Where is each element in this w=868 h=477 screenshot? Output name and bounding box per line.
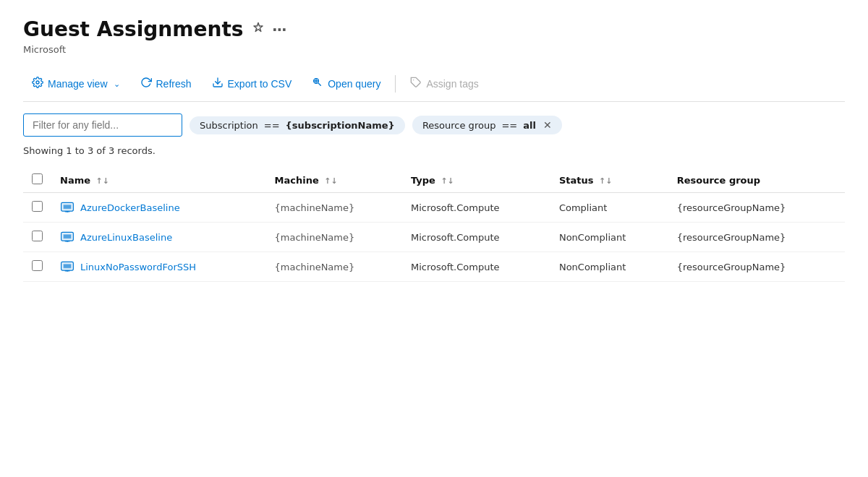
toolbar: Manage view ⌄ Refresh Export to CSV — [23, 66, 845, 102]
resource-group-filter-chip[interactable]: Resource group == all ✕ — [412, 116, 562, 134]
col-resource-group: Resource group — [668, 168, 845, 193]
col-status[interactable]: Status ↑↓ — [550, 168, 668, 193]
refresh-label: Refresh — [156, 78, 192, 90]
row-name-cell: AzureLinuxBaseline — [51, 223, 266, 252]
chip-rg-value: all — [523, 120, 536, 131]
chip-rg-eq: == — [501, 120, 517, 131]
resource-icon — [60, 200, 75, 215]
toolbar-divider — [395, 75, 396, 93]
col-status-label: Status — [559, 175, 594, 186]
row-machine-cell: {machineName} — [266, 193, 402, 223]
resource-icon — [60, 230, 75, 244]
tag-icon — [410, 77, 422, 91]
subscription-filter-chip[interactable]: Subscription == {subscriptionName} — [190, 116, 405, 134]
assign-tags-button[interactable]: Assign tags — [401, 72, 487, 95]
row-type-cell: Microsoft.Compute — [402, 223, 550, 252]
svg-rect-18 — [64, 265, 71, 268]
row-name-cell: LinuxNoPasswordForSSH — [51, 252, 266, 282]
resource-name-link[interactable]: LinuxNoPasswordForSSH — [60, 259, 258, 274]
row-status-cell: NonCompliant — [550, 223, 668, 252]
row-checkbox-cell — [23, 223, 51, 252]
chip-subscription-value: {subscriptionName} — [286, 120, 395, 131]
svg-rect-13 — [64, 235, 71, 239]
col-status-sort-icon: ↑↓ — [599, 176, 612, 186]
open-query-label: Open query — [328, 78, 380, 90]
row-resource-group-cell: {resourceGroupName} — [668, 193, 845, 223]
more-options-icon[interactable]: ⋯ — [272, 21, 287, 38]
query-icon — [312, 77, 323, 91]
row-resource-group-cell: {resourceGroupName} — [668, 252, 845, 282]
row-status-cell: Compliant — [550, 193, 668, 223]
row-checkbox-cell — [23, 193, 51, 223]
col-name[interactable]: Name ↑↓ — [51, 168, 266, 193]
row-resource-group-cell: {resourceGroupName} — [668, 223, 845, 252]
resource-name-text: AzureLinuxBaseline — [80, 232, 172, 243]
col-machine-sort-icon: ↑↓ — [324, 176, 337, 186]
row-type-cell: Microsoft.Compute — [402, 193, 550, 223]
data-table: Name ↑↓ Machine ↑↓ Type ↑↓ Status ↑↓ Res… — [23, 168, 845, 282]
table-row: AzureLinuxBaseline{machineName}Microsoft… — [23, 223, 845, 252]
resource-name-link[interactable]: AzureDockerBaseline — [60, 200, 258, 215]
row-name-cell: AzureDockerBaseline — [51, 193, 266, 223]
select-all-checkbox[interactable] — [32, 173, 43, 184]
col-name-label: Name — [60, 175, 90, 186]
pin-icon[interactable] — [252, 22, 265, 38]
page-title: Guest Assignments — [23, 17, 243, 41]
svg-point-0 — [36, 81, 39, 84]
row-select-checkbox[interactable] — [32, 260, 43, 271]
title-actions: ⋯ — [252, 21, 287, 38]
col-type-sort-icon: ↑↓ — [441, 176, 454, 186]
resource-name-text: AzureDockerBaseline — [80, 202, 180, 213]
page-title-container: Guest Assignments ⋯ — [23, 17, 845, 41]
chip-rg-close-icon[interactable]: ✕ — [543, 119, 552, 131]
subtitle: Microsoft — [23, 44, 845, 55]
resource-name-text: LinuxNoPasswordForSSH — [80, 262, 196, 272]
chevron-down-icon: ⌄ — [114, 80, 120, 89]
col-machine-label: Machine — [275, 175, 319, 186]
col-name-sort-icon: ↑↓ — [96, 176, 109, 186]
col-machine[interactable]: Machine ↑↓ — [266, 168, 402, 193]
records-info: Showing 1 to 3 of 3 records. — [23, 145, 845, 156]
table-row: AzureDockerBaseline{machineName}Microsof… — [23, 193, 845, 223]
row-machine-cell: {machineName} — [266, 252, 402, 282]
row-checkbox-cell — [23, 252, 51, 282]
refresh-button[interactable]: Refresh — [132, 72, 200, 95]
chip-subscription-key: Subscription — [200, 120, 258, 131]
assign-tags-label: Assign tags — [426, 78, 478, 90]
row-status-cell: NonCompliant — [550, 252, 668, 282]
open-query-button[interactable]: Open query — [303, 72, 389, 95]
export-label: Export to CSV — [228, 78, 292, 90]
resource-name-link[interactable]: AzureLinuxBaseline — [60, 230, 258, 244]
chip-subscription-eq: == — [264, 120, 280, 131]
col-type-label: Type — [411, 175, 435, 186]
select-all-col — [23, 168, 51, 193]
refresh-icon — [140, 77, 152, 91]
manage-view-button[interactable]: Manage view ⌄ — [23, 72, 129, 95]
chip-rg-key: Resource group — [422, 120, 496, 131]
filter-row: Subscription == {subscriptionName} Resou… — [23, 113, 845, 137]
resource-icon — [60, 259, 75, 274]
filter-input[interactable] — [23, 113, 182, 137]
row-machine-cell: {machineName} — [266, 223, 402, 252]
col-rg-label: Resource group — [677, 175, 760, 186]
row-type-cell: Microsoft.Compute — [402, 252, 550, 282]
row-select-checkbox[interactable] — [32, 201, 43, 212]
gear-icon — [32, 77, 43, 91]
row-select-checkbox[interactable] — [32, 231, 43, 241]
svg-rect-8 — [64, 205, 71, 209]
export-csv-button[interactable]: Export to CSV — [203, 72, 301, 95]
manage-view-label: Manage view — [48, 78, 108, 90]
table-row: LinuxNoPasswordForSSH{machineName}Micros… — [23, 252, 845, 282]
download-icon — [212, 77, 224, 91]
table-header-row: Name ↑↓ Machine ↑↓ Type ↑↓ Status ↑↓ Res… — [23, 168, 845, 193]
col-type[interactable]: Type ↑↓ — [402, 168, 550, 193]
